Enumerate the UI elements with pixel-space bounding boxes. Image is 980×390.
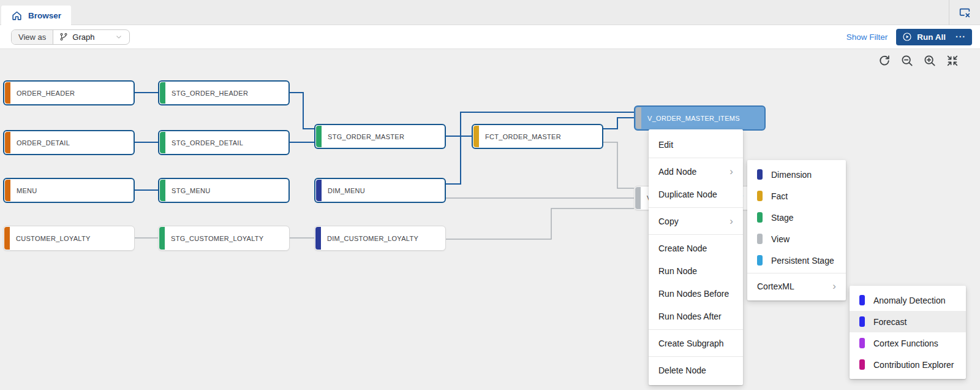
graph-node-order-header[interactable]: ORDER_HEADER xyxy=(3,80,135,105)
submenu-chevron-icon: › xyxy=(832,281,836,291)
menu-separator xyxy=(649,158,743,158)
menu-item-delete-node[interactable]: Delete Node xyxy=(649,359,743,381)
node-type-strip xyxy=(635,187,641,209)
node-type-pill-icon xyxy=(757,255,763,266)
submenu-chevron-icon: › xyxy=(729,216,733,226)
node-type-strip xyxy=(5,82,10,104)
node-label: DIM_CUSTOMER_LOYALTY xyxy=(327,235,418,242)
graph-node-customer-loyalty[interactable]: CUSTOMER_LOYALTY xyxy=(3,226,135,251)
branch-icon xyxy=(59,32,68,41)
chevron-down-icon xyxy=(115,32,123,41)
context-menu: EditAdd Node›Duplicate NodeCopy›Create N… xyxy=(649,129,743,385)
node-label: STG_MENU xyxy=(172,187,211,194)
graph-node-v-order-master-items[interactable]: V_ORDER_MASTER_ITEMS xyxy=(634,105,766,131)
node-type-pill-icon xyxy=(757,234,763,244)
menu-separator xyxy=(747,273,846,273)
submenu-chevron-icon: › xyxy=(729,166,733,177)
menu-item-run-node[interactable]: Run Node xyxy=(649,259,743,282)
menu-item-label: Copy xyxy=(658,216,725,226)
menu-item-label: Add Node xyxy=(658,167,725,177)
node-type-pill-icon xyxy=(757,191,763,201)
menu-item-view[interactable]: View xyxy=(747,228,846,250)
menu-item-stage[interactable]: Stage xyxy=(747,207,846,228)
menu-item-label: Create Node xyxy=(658,243,733,253)
node-label: STG_CUSTOMER_LOYALTY xyxy=(171,235,263,242)
graph-node-stg-order-master[interactable]: STG_ORDER_MASTER xyxy=(314,124,446,149)
graph-node-dim-customer-loyalty[interactable]: DIM_CUSTOMER_LOYALTY xyxy=(314,226,446,251)
graph-node-stg-customer-loyalty[interactable]: STG_CUSTOMER_LOYALTY xyxy=(158,226,290,251)
menu-item-run-nodes-before[interactable]: Run Nodes Before xyxy=(649,282,743,305)
view-toolbar: View as Graph Show Filter xyxy=(0,25,980,49)
window-close-icon[interactable] xyxy=(958,6,971,20)
menu-item-create-subgraph[interactable]: Create Subgraph xyxy=(649,332,743,354)
node-label: STG_ORDER_MASTER xyxy=(328,133,404,140)
tab-browser[interactable]: Browser xyxy=(1,6,71,25)
view-mode-value: Graph xyxy=(72,32,110,42)
node-type-pill-icon xyxy=(757,169,763,180)
graph-node-stg-order-header[interactable]: STG_ORDER_HEADER xyxy=(158,80,290,105)
run-all-more-button[interactable]: ··· xyxy=(951,32,966,42)
node-type-strip xyxy=(473,126,479,147)
refresh-icon[interactable] xyxy=(878,54,891,67)
graph-edge-active xyxy=(603,118,634,129)
home-icon xyxy=(11,10,23,21)
menu-item-add-node[interactable]: Add Node› xyxy=(649,160,743,183)
menu-item-run-nodes-after[interactable]: Run Nodes After xyxy=(649,305,743,327)
menu-item-fact[interactable]: Fact xyxy=(747,185,846,207)
run-all-label: Run All xyxy=(917,32,946,42)
view-mode-dropdown[interactable]: Graph xyxy=(53,30,129,44)
menu-separator xyxy=(649,234,743,235)
graph-node-fct-order-master[interactable]: FCT_ORDER_MASTER xyxy=(472,124,603,149)
graph-node-order-detail[interactable]: ORDER_DETAIL xyxy=(3,130,135,155)
node-type-strip xyxy=(160,82,165,104)
add-node-submenu: DimensionFactStageViewPersistent StageCo… xyxy=(747,160,846,300)
menu-item-dimension[interactable]: Dimension xyxy=(747,164,846,185)
menu-item-cortexml[interactable]: CortexML› xyxy=(747,275,846,297)
menu-item-forecast[interactable]: Forecast xyxy=(850,311,966,332)
menu-item-persistent-stage[interactable]: Persistent Stage xyxy=(747,250,846,271)
tab-bar: Browser xyxy=(0,0,980,25)
canvas-toolbar xyxy=(878,54,959,67)
menu-item-create-node[interactable]: Create Node xyxy=(649,237,743,259)
show-filter-link[interactable]: Show Filter xyxy=(846,32,888,42)
tab-label: Browser xyxy=(28,11,61,20)
menu-item-label: Forecast xyxy=(873,317,956,327)
graph-node-stg-order-detail[interactable]: STG_ORDER_DETAIL xyxy=(158,130,290,155)
menu-item-label: Cortex Functions xyxy=(873,338,956,348)
node-label: STG_ORDER_HEADER xyxy=(172,90,248,97)
menu-item-cortex-functions[interactable]: Cortex Functions xyxy=(850,332,966,354)
graph-node-dim-menu[interactable]: DIM_MENU xyxy=(314,178,446,203)
graph-node-menu[interactable]: MENU xyxy=(3,178,135,203)
view-as-label: View as xyxy=(12,30,53,44)
node-label: V_ORDER_MASTER_ITEMS xyxy=(647,115,740,122)
menu-item-anomaly-detection[interactable]: Anomaly Detection xyxy=(850,289,966,311)
node-type-pill-icon xyxy=(859,338,865,348)
menu-item-duplicate-node[interactable]: Duplicate Node xyxy=(649,183,743,205)
zoom-out-icon[interactable] xyxy=(900,54,914,67)
menu-item-contribution-explorer[interactable]: Contribution Explorer xyxy=(850,354,966,375)
menu-item-edit[interactable]: Edit xyxy=(649,133,743,156)
zoom-in-icon[interactable] xyxy=(923,54,937,67)
menu-separator xyxy=(649,207,743,208)
node-type-strip xyxy=(636,107,641,129)
node-label: STG_ORDER_DETAIL xyxy=(172,139,243,147)
node-type-strip xyxy=(316,126,322,147)
node-label: CUSTOMER_LOYALTY xyxy=(16,235,91,242)
node-type-pill-icon xyxy=(859,295,865,305)
run-all-button[interactable]: Run All ··· xyxy=(896,29,972,45)
menu-item-copy[interactable]: Copy› xyxy=(649,210,743,232)
node-label: ORDER_HEADER xyxy=(17,90,75,97)
menu-item-label: Run Nodes After xyxy=(658,312,733,321)
node-type-pill-icon xyxy=(757,212,763,223)
graph-edge-inactive xyxy=(446,208,634,239)
node-label: FCT_ORDER_MASTER xyxy=(485,133,561,140)
graph-canvas[interactable]: ORDER_HEADERSTG_ORDER_HEADERORDER_DETAIL… xyxy=(0,49,980,390)
node-label: ORDER_DETAIL xyxy=(17,139,70,147)
app-window: Browser View as Graph xyxy=(0,0,980,390)
view-as-control: View as Graph xyxy=(11,29,130,45)
graph-edge-active xyxy=(290,93,314,129)
graph-node-stg-menu[interactable]: STG_MENU xyxy=(158,178,290,203)
menu-item-label: Anomaly Detection xyxy=(873,296,956,305)
fit-view-icon[interactable] xyxy=(946,54,959,67)
menu-item-label: Delete Node xyxy=(658,365,733,375)
